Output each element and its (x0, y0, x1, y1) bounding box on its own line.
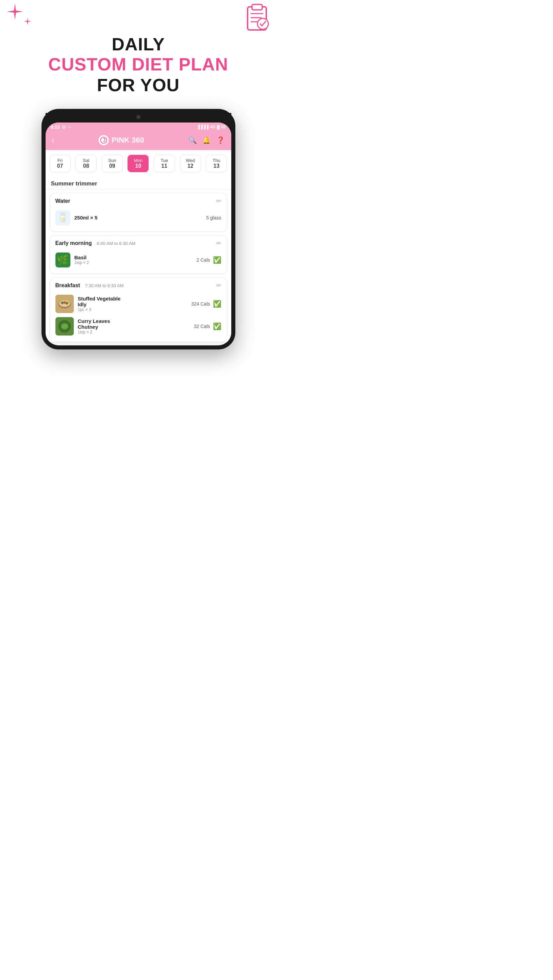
large-sparkle-icon (7, 3, 23, 20)
phone-mockup: 8:23 ⊙ ··· ▐▐▐▐ 4G ▓ 62 ‹ (0, 105, 276, 363)
phone-screen: 8:23 ⊙ ··· ▐▐▐▐ 4G ▓ 62 ‹ (46, 123, 231, 345)
status-bar-right: ▐▐▐▐ 4G ▓ 62 (197, 124, 226, 129)
water-card-header: Water ✏ (56, 197, 221, 205)
water-card: Water ✏ 🥛 250ml × 5 (50, 193, 227, 232)
day-tue[interactable]: Tue 11 (154, 155, 175, 172)
status-time: 8:23 (51, 124, 60, 130)
curry-chutney-right: 32 Cals ✅ (194, 322, 221, 331)
back-button[interactable]: ‹ (52, 135, 54, 145)
phone-notch (121, 113, 156, 121)
phone-notch-bar (46, 113, 231, 123)
search-icon[interactable]: 🔍 (188, 136, 197, 144)
early-morning-header: Early morning 6:00 AM to 6:30 AM ✏ (56, 240, 221, 247)
breakfast-edit-icon[interactable]: ✏ (216, 282, 221, 289)
sparkle-decoration (7, 3, 23, 21)
hero-line2: CUSTOM DIET PLAN (14, 54, 263, 75)
hero-line3: FOR YOU (14, 75, 263, 95)
water-edit-icon[interactable]: ✏ (216, 197, 221, 205)
stuffed-veg-name: Stuffed VegetableIdly (78, 296, 121, 307)
phone-outer-frame: 8:23 ⊙ ··· ▐▐▐▐ 4G ▓ 62 ‹ (41, 109, 235, 350)
app-title: PINK 360 (111, 136, 144, 145)
plan-title: Summer trimmer (51, 180, 97, 187)
curry-chutney-qty: 1tsp × 2 (78, 330, 110, 334)
stuffed-veg-qty: 1pc × 3 (78, 307, 121, 312)
stuffed-veg-left: Stuffed VegetableIdly 1pc × 3 (56, 295, 121, 313)
stuffed-veg-check-icon: ✅ (213, 300, 221, 308)
header-icons: 🔍 🔔 ❓ (188, 136, 225, 144)
app-content: Fri 07 Sat 08 Sun 09 Mon 10 (46, 150, 231, 342)
basil-qty: 1tsp × 2 (75, 260, 89, 265)
water-glass-icon: 🥛 (56, 210, 70, 225)
clipboard-icon (243, 3, 273, 33)
logo-circle (99, 135, 109, 145)
early-morning-card: Early morning 6:00 AM to 6:30 AM ✏ 🌿 Bas… (50, 235, 227, 274)
stuffed-veg-info: Stuffed VegetableIdly 1pc × 3 (78, 296, 121, 312)
stuffed-veg-cals: 324 Cals (191, 301, 210, 307)
basil-info: Basil 1tsp × 2 (75, 255, 89, 265)
water-card-title: Water (56, 198, 70, 204)
curry-chutney-cals: 32 Cals (194, 324, 210, 329)
small-sparkle-icon (24, 18, 31, 25)
day-mon-active[interactable]: Mon 10 (127, 155, 149, 172)
early-morning-edit-icon[interactable]: ✏ (216, 240, 221, 247)
day-sun[interactable]: Sun 09 (102, 155, 123, 172)
hero-section: DAILY CUSTOM DIET PLAN FOR YOU (0, 0, 276, 105)
svg-point-12 (66, 302, 68, 305)
basil-row-left: 🌿 Basil 1tsp × 2 (56, 253, 89, 267)
plan-title-section: Summer trimmer (46, 177, 231, 189)
curry-chutney-name: Curry LeavesChutney (78, 318, 110, 330)
early-morning-header-left: Early morning 6:00 AM to 6:30 AM (56, 240, 136, 247)
basil-name: Basil (75, 255, 89, 260)
basil-check-icon: ✅ (213, 256, 221, 264)
breakfast-header-left: Breakfast 7:30 AM to 8:30 AM (56, 282, 124, 288)
breakfast-card: Breakfast 7:30 AM to 8:30 AM ✏ (50, 277, 227, 342)
network-type: 4G (210, 124, 215, 129)
curry-chutney-left: Curry LeavesChutney 1tsp × 2 (56, 317, 110, 336)
bell-icon[interactable]: 🔔 (202, 136, 211, 144)
app-logo: PINK 360 (99, 135, 144, 145)
hero-line1: DAILY (14, 34, 263, 54)
early-morning-time: 6:00 AM to 6:30 AM (97, 241, 135, 246)
breakfast-title: Breakfast (56, 282, 80, 288)
water-qty-label: 250ml × 5 (75, 215, 98, 221)
curry-chutney-row: Curry LeavesChutney 1tsp × 2 32 Cals ✅ (56, 315, 221, 337)
status-dots: ··· (68, 124, 72, 130)
svg-point-5 (257, 18, 269, 29)
status-dot-icon: ⊙ (62, 124, 66, 130)
app-header: ‹ PINK 360 🔍 🔔 ❓ (46, 132, 231, 150)
day-selector: Fri 07 Sat 08 Sun 09 Mon 10 (46, 150, 231, 177)
water-row-left: 🥛 250ml × 5 (56, 210, 98, 225)
basil-row: 🌿 Basil 1tsp × 2 2 Cals ✅ (56, 250, 221, 269)
water-glasses: 5 glass (206, 215, 221, 221)
status-bar: 8:23 ⊙ ··· ▐▐▐▐ 4G ▓ 62 (46, 123, 231, 132)
svg-rect-1 (252, 5, 262, 10)
day-fri[interactable]: Fri 07 (50, 155, 71, 172)
water-quantity: 250ml × 5 (75, 215, 98, 221)
day-wed[interactable]: Wed 12 (180, 155, 201, 172)
curry-chutney-info: Curry LeavesChutney 1tsp × 2 (78, 318, 110, 334)
basil-cals: 2 Cals (197, 257, 210, 263)
stuffed-veg-right: 324 Cals ✅ (191, 300, 221, 308)
curry-chutney-check-icon: ✅ (213, 322, 221, 331)
day-thu[interactable]: Thu 13 (206, 155, 227, 172)
stuffed-veg-row: Stuffed VegetableIdly 1pc × 3 324 Cals ✅ (56, 293, 221, 315)
battery-level: 62 (221, 124, 226, 129)
svg-point-16 (61, 324, 68, 329)
stuffed-veg-icon (56, 295, 74, 313)
svg-point-11 (63, 301, 66, 304)
breakfast-time: 7:30 AM to 8:30 AM (85, 283, 124, 288)
status-bar-left: 8:23 ⊙ ··· (51, 124, 72, 130)
basil-right: 2 Cals ✅ (197, 256, 221, 264)
help-icon[interactable]: ❓ (216, 136, 225, 144)
basil-icon: 🌿 (56, 253, 70, 267)
phone-camera (137, 115, 140, 119)
signal-icon: ▐▐▐▐ (197, 124, 208, 129)
curry-chutney-icon (56, 317, 74, 336)
svg-point-10 (61, 301, 64, 304)
water-row: 🥛 250ml × 5 5 glass (56, 208, 221, 227)
early-morning-title: Early morning (56, 240, 92, 246)
day-sat[interactable]: Sat 08 (76, 155, 97, 172)
battery-icon: ▓ (217, 124, 220, 129)
water-right: 5 glass (206, 215, 221, 221)
breakfast-header: Breakfast 7:30 AM to 8:30 AM ✏ (56, 282, 221, 289)
